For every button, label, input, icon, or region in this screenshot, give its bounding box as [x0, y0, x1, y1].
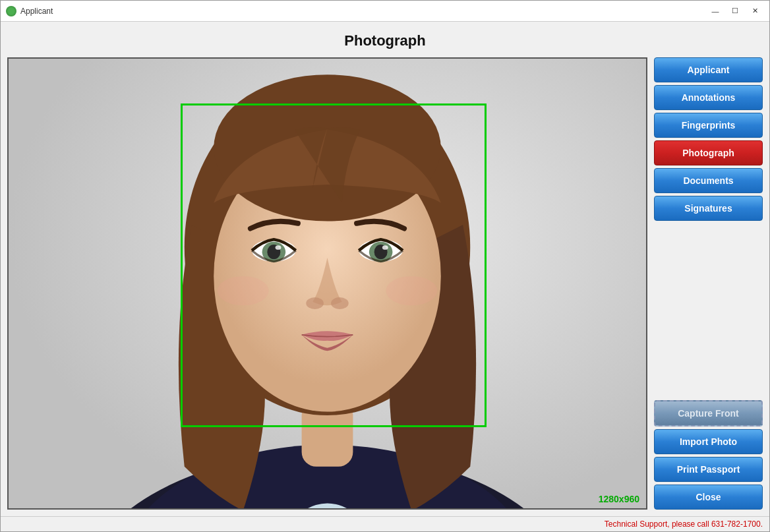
close-window-button[interactable]: ✕ — [746, 5, 764, 18]
title-bar-controls: — ☐ ✕ — [706, 5, 764, 18]
action-btn-print-passport[interactable]: Print Passport — [654, 457, 763, 482]
nav-btn-signatures[interactable]: Signatures — [654, 196, 763, 221]
minimize-button[interactable]: — — [706, 5, 725, 18]
nav-buttons: ApplicantAnnotationsFingerprintsPhotogra… — [654, 57, 763, 221]
action-btn-capture-front[interactable]: Capture Front — [654, 400, 763, 427]
page-title: Photograph — [1, 22, 769, 57]
content-area: Photograph — [1, 22, 769, 516]
main-window: Applicant — ☐ ✕ Photograph — [0, 0, 770, 532]
photo-display: 1280x960 — [9, 59, 646, 508]
photo-container: 1280x960 — [7, 57, 647, 510]
face-detection-rect — [181, 103, 487, 427]
action-buttons: Capture FrontImport PhotoPrint PassportC… — [654, 400, 763, 510]
sidebar: ApplicantAnnotationsFingerprintsPhotogra… — [654, 57, 763, 510]
action-btn-import-photo[interactable]: Import Photo — [654, 429, 763, 454]
maximize-button[interactable]: ☐ — [726, 5, 744, 18]
nav-btn-fingerprints[interactable]: Fingerprints — [654, 113, 763, 138]
image-dimensions: 1280x960 — [599, 494, 639, 504]
nav-btn-photograph[interactable]: Photograph — [654, 140, 763, 165]
app-icon — [6, 6, 16, 16]
nav-btn-applicant[interactable]: Applicant — [654, 57, 763, 82]
status-text: Technical Support, please call 631-782-1… — [605, 519, 763, 529]
title-bar: Applicant — ☐ ✕ — [1, 1, 769, 22]
main-area: 1280x960 ApplicantAnnotationsFingerprint… — [1, 57, 769, 516]
nav-btn-documents[interactable]: Documents — [654, 168, 763, 193]
nav-btn-annotations[interactable]: Annotations — [654, 85, 763, 110]
action-btn-close[interactable]: Close — [654, 485, 763, 510]
sidebar-spacer — [654, 226, 763, 400]
window-title: Applicant — [20, 7, 706, 16]
status-bar: Technical Support, please call 631-782-1… — [1, 516, 769, 531]
